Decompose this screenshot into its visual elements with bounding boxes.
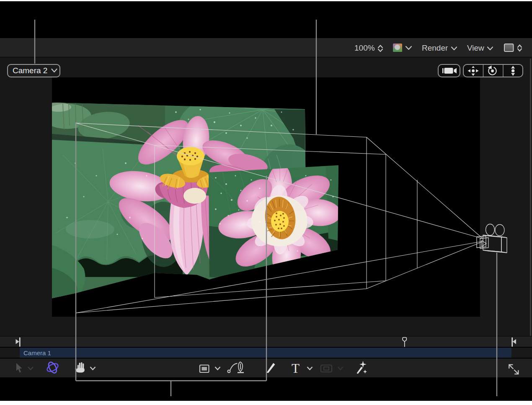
- svg-text:T: T: [292, 361, 300, 376]
